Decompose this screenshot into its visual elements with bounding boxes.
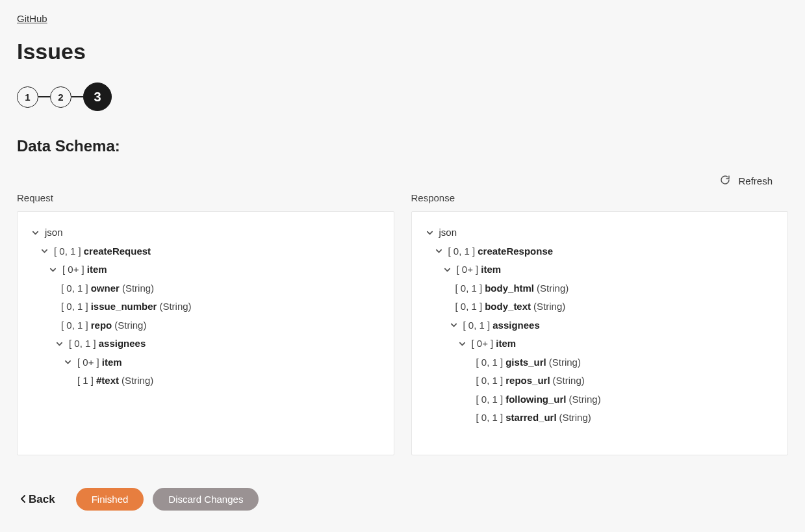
- chevron-down-icon[interactable]: [444, 266, 453, 273]
- field-name: assignees: [492, 316, 540, 335]
- field-type: (String): [122, 279, 154, 298]
- cardinality: [ 0, 1 ]: [54, 242, 81, 261]
- request-label: Request: [17, 192, 394, 203]
- field-type: (String): [121, 372, 153, 390]
- tree-node: [ 0, 1 ] following_url (String): [426, 390, 774, 409]
- cardinality: [ 0, 1 ]: [455, 279, 483, 298]
- field-name: item: [481, 260, 501, 279]
- field-name: repos_url: [505, 372, 550, 390]
- field-name: body_html: [485, 279, 534, 298]
- request-tree: json[ 0, 1 ] createRequest[ 0+ ] item[ 0…: [17, 211, 394, 455]
- tree-node[interactable]: [ 0+ ] item: [426, 335, 774, 353]
- refresh-button[interactable]: Refresh: [720, 175, 773, 187]
- tree-node: [ 0, 1 ] body_html (String): [426, 279, 774, 298]
- tree-node[interactable]: [ 0, 1 ] createResponse: [426, 242, 774, 261]
- field-name: following_url: [505, 390, 566, 409]
- refresh-icon: [720, 175, 730, 187]
- response-panel: Response json[ 0, 1 ] createResponse[ 0+…: [411, 192, 789, 455]
- step-2[interactable]: 2: [50, 86, 71, 108]
- field-name: item: [496, 335, 516, 353]
- tree-node: [ 0, 1 ] body_text (String): [426, 298, 774, 316]
- cardinality: [ 0, 1 ]: [476, 409, 504, 427]
- field-name: json: [439, 223, 457, 242]
- field-type: (String): [533, 298, 565, 316]
- chevron-down-icon[interactable]: [426, 229, 435, 236]
- field-name: repo: [91, 316, 112, 335]
- tree-node[interactable]: json: [32, 223, 379, 242]
- step-1[interactable]: 1: [17, 86, 38, 108]
- cardinality: [ 0, 1 ]: [476, 353, 504, 372]
- field-name: createResponse: [478, 242, 553, 261]
- cardinality: [ 0, 1 ]: [69, 335, 96, 353]
- cardinality: [ 0+ ]: [77, 353, 99, 372]
- tree-node: [ 1 ] #text (String): [32, 372, 379, 390]
- tree-node: [ 0, 1 ] owner (String): [32, 279, 379, 298]
- tree-node[interactable]: [ 0+ ] item: [32, 353, 379, 372]
- cardinality: [ 0, 1 ]: [61, 316, 88, 335]
- field-type: (String): [553, 372, 585, 390]
- stepper: 123: [17, 82, 788, 111]
- tree-node[interactable]: [ 0, 1 ] assignees: [32, 335, 379, 353]
- tree-node: [ 0, 1 ] issue_number (String): [32, 298, 379, 316]
- field-name: assignees: [99, 335, 146, 353]
- request-panel: Request json[ 0, 1 ] createRequest[ 0+ ]…: [17, 192, 394, 455]
- field-type: (String): [537, 279, 569, 298]
- section-heading: Data Schema:: [17, 137, 788, 155]
- field-type: (String): [559, 409, 591, 427]
- cardinality: [ 0+ ]: [62, 260, 84, 279]
- tree-node[interactable]: [ 0, 1 ] assignees: [426, 316, 774, 335]
- step-connector: [38, 96, 50, 97]
- tree-node[interactable]: [ 0+ ] item: [32, 260, 379, 279]
- cardinality: [ 0+ ]: [457, 260, 479, 279]
- field-type: (String): [569, 390, 601, 409]
- field-name: owner: [91, 279, 120, 298]
- field-name: starred_url: [505, 409, 556, 427]
- field-name: gists_url: [505, 353, 546, 372]
- cardinality: [ 0, 1 ]: [61, 279, 88, 298]
- chevron-down-icon[interactable]: [41, 247, 50, 255]
- chevron-down-icon[interactable]: [435, 247, 444, 255]
- field-name: issue_number: [91, 298, 157, 316]
- refresh-label: Refresh: [738, 175, 773, 186]
- field-type: (String): [114, 316, 146, 335]
- cardinality: [ 1 ]: [77, 372, 94, 390]
- response-label: Response: [411, 192, 789, 203]
- field-name: item: [87, 260, 107, 279]
- chevron-down-icon[interactable]: [450, 322, 459, 329]
- chevron-down-icon[interactable]: [459, 340, 468, 348]
- back-label: Back: [29, 493, 55, 506]
- field-type: (String): [549, 353, 581, 372]
- cardinality: [ 0+ ]: [472, 335, 494, 353]
- chevron-down-icon[interactable]: [56, 340, 65, 348]
- step-connector: [71, 96, 83, 97]
- tree-node[interactable]: [ 0, 1 ] createRequest: [32, 242, 379, 261]
- cardinality: [ 0, 1 ]: [455, 298, 483, 316]
- back-button[interactable]: Back: [21, 493, 55, 506]
- cardinality: [ 0, 1 ]: [61, 298, 88, 316]
- cardinality: [ 0, 1 ]: [448, 242, 476, 261]
- tree-node[interactable]: json: [426, 223, 774, 242]
- field-name: #text: [96, 372, 119, 390]
- field-type: (String): [159, 298, 191, 316]
- tree-node: [ 0, 1 ] starred_url (String): [426, 409, 774, 427]
- chevron-down-icon[interactable]: [32, 229, 41, 236]
- chevron-left-icon: [21, 493, 26, 506]
- chevron-down-icon[interactable]: [49, 266, 58, 273]
- field-name: item: [102, 353, 122, 372]
- tree-node[interactable]: [ 0+ ] item: [426, 260, 774, 279]
- discard-button[interactable]: Discard Changes: [153, 488, 259, 511]
- response-tree: json[ 0, 1 ] createResponse[ 0+ ] item[ …: [411, 211, 789, 455]
- chevron-down-icon[interactable]: [64, 359, 73, 366]
- cardinality: [ 0, 1 ]: [463, 316, 491, 335]
- field-name: createRequest: [84, 242, 151, 261]
- tree-node: [ 0, 1 ] gists_url (String): [426, 353, 774, 372]
- cardinality: [ 0, 1 ]: [476, 390, 504, 409]
- field-name: body_text: [485, 298, 531, 316]
- cardinality: [ 0, 1 ]: [476, 372, 504, 390]
- step-3[interactable]: 3: [83, 82, 112, 111]
- breadcrumb[interactable]: GitHub: [17, 13, 47, 24]
- finished-button[interactable]: Finished: [76, 488, 144, 511]
- tree-node: [ 0, 1 ] repos_url (String): [426, 372, 774, 390]
- page-title: Issues: [17, 39, 788, 64]
- field-name: json: [45, 223, 63, 242]
